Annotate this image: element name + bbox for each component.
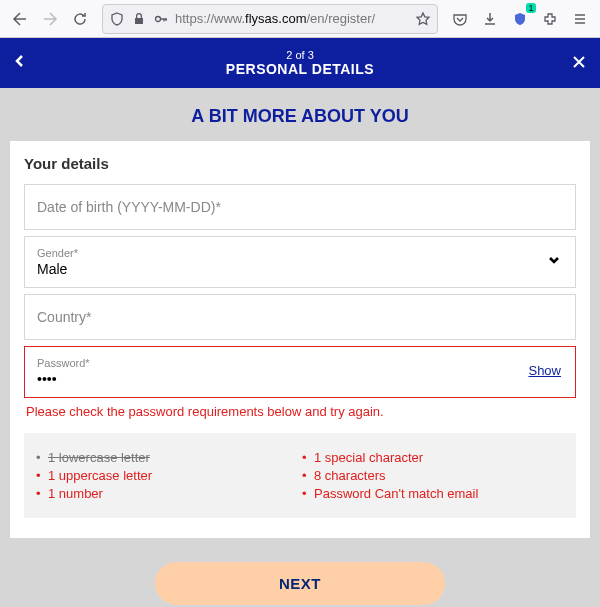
svg-point-0 — [156, 16, 161, 21]
badge: 1 — [526, 3, 536, 13]
step-indicator: 2 of 3 — [226, 49, 374, 61]
country-field[interactable]: Country* — [24, 294, 576, 340]
password-value: •••• — [37, 371, 563, 387]
shield-icon — [109, 11, 125, 27]
form-card: Your details Date of birth (YYYY-MM-DD)*… — [10, 141, 590, 538]
browser-toolbar: https://www.flysas.com/en/register/ 1 — [0, 0, 600, 38]
lock-icon — [131, 11, 147, 27]
star-icon[interactable] — [415, 11, 431, 27]
requirements-left: 1 lowercase letter1 uppercase letter1 nu… — [34, 450, 300, 501]
requirements-box: 1 lowercase letter1 uppercase letter1 nu… — [24, 433, 576, 518]
requirement-item: 1 special character — [300, 450, 566, 465]
section-title: A BIT MORE ABOUT YOU — [0, 88, 600, 141]
requirement-item: 8 characters — [300, 468, 566, 483]
ublock-icon[interactable]: 1 — [506, 5, 534, 33]
pocket-icon[interactable] — [446, 5, 474, 33]
close-button[interactable] — [572, 53, 586, 74]
gender-value: Male — [37, 261, 563, 277]
dob-field[interactable]: Date of birth (YYYY-MM-DD)* — [24, 184, 576, 230]
key-icon — [153, 11, 169, 27]
chevron-down-icon — [547, 253, 561, 271]
url-bar[interactable]: https://www.flysas.com/en/register/ — [102, 4, 438, 34]
gender-label: Gender* — [37, 247, 563, 259]
url-text: https://www.flysas.com/en/register/ — [175, 11, 409, 26]
download-icon[interactable] — [476, 5, 504, 33]
form-heading: Your details — [24, 155, 576, 172]
show-password-button[interactable]: Show — [528, 363, 561, 378]
error-message: Please check the password requirements b… — [26, 404, 574, 419]
menu-icon[interactable] — [566, 5, 594, 33]
country-label: Country* — [37, 309, 563, 325]
gender-field[interactable]: Gender* Male — [24, 236, 576, 288]
header-back-button[interactable] — [14, 53, 26, 74]
requirement-item: 1 lowercase letter — [34, 450, 300, 465]
extensions-icon[interactable] — [536, 5, 564, 33]
page-title: PERSONAL DETAILS — [226, 61, 374, 77]
password-label: Password* — [37, 357, 563, 369]
next-button[interactable]: NEXT — [155, 562, 445, 605]
reload-button[interactable] — [66, 5, 94, 33]
dob-placeholder: Date of birth (YYYY-MM-DD)* — [37, 199, 563, 215]
requirements-right: 1 special character8 charactersPassword … — [300, 450, 566, 501]
requirement-item: 1 number — [34, 486, 300, 501]
forward-button[interactable] — [36, 5, 64, 33]
password-field[interactable]: Password* •••• Show — [24, 346, 576, 398]
requirement-item: Password Can't match email — [300, 486, 566, 501]
page-header: 2 of 3 PERSONAL DETAILS — [0, 38, 600, 88]
back-button[interactable] — [6, 5, 34, 33]
requirement-item: 1 uppercase letter — [34, 468, 300, 483]
